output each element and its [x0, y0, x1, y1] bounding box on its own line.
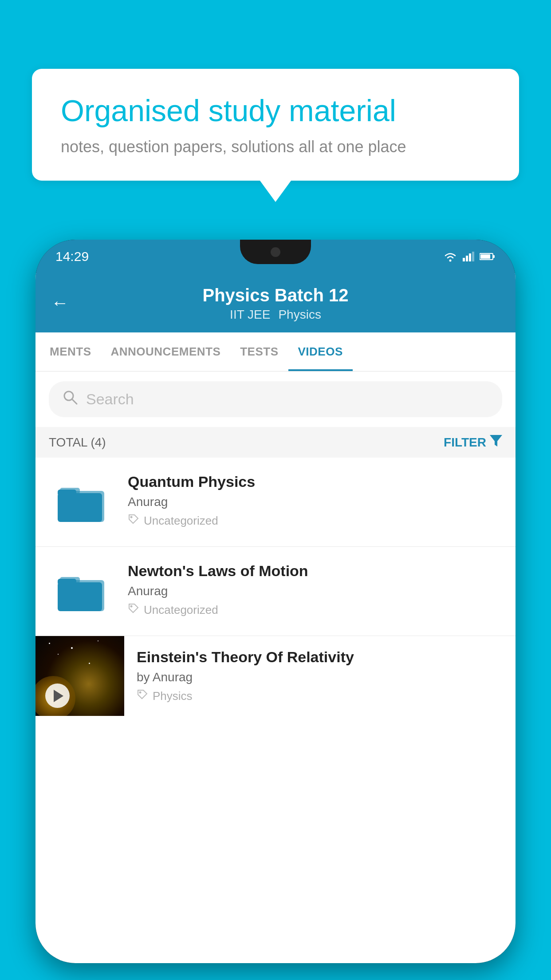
video-tag-3: Physics	[137, 689, 503, 703]
total-count: TOTAL (4)	[49, 435, 106, 450]
tag-label-3: Physics	[153, 689, 193, 703]
tab-tests[interactable]: TESTS	[230, 332, 288, 371]
svg-rect-2	[466, 256, 468, 261]
video-info-1: Quantum Physics Anurag Uncategorized	[128, 473, 502, 528]
tag-icon-3	[137, 689, 148, 703]
video-author-3: by Anurag	[137, 670, 503, 684]
video-thumbnail-einstein	[35, 636, 124, 716]
status-icons	[443, 251, 496, 262]
filter-row: TOTAL (4) FILTER	[35, 427, 516, 458]
video-title-3: Einstein's Theory Of Relativity	[137, 648, 503, 666]
app-header-subtitle: IIT JEE Physics	[230, 308, 321, 322]
tag-icon-1	[128, 514, 139, 528]
filter-icon	[490, 435, 502, 450]
video-info-3: Einstein's Theory Of Relativity by Anura…	[124, 636, 516, 716]
svg-rect-7	[480, 254, 490, 259]
svg-point-20	[130, 605, 133, 608]
back-button[interactable]: ←	[51, 293, 69, 313]
svg-line-9	[72, 399, 77, 404]
tab-announcements[interactable]: ANNOUNCEMENTS	[101, 332, 231, 371]
list-item[interactable]: Einstein's Theory Of Relativity by Anura…	[35, 636, 516, 716]
phone-notch	[240, 240, 311, 264]
tab-videos[interactable]: VIDEOS	[288, 332, 353, 371]
speech-bubble-wrapper: Organised study material notes, question…	[32, 69, 519, 181]
video-tag-2: Uncategorized	[128, 603, 502, 617]
video-list: Quantum Physics Anurag Uncategorized	[35, 458, 516, 963]
folder-icon	[58, 480, 106, 524]
video-tag-1: Uncategorized	[128, 514, 502, 528]
app-header-title: Physics Batch 12	[202, 285, 348, 305]
video-author-1: Anurag	[128, 495, 502, 509]
filter-button[interactable]: FILTER	[444, 435, 502, 450]
tag-label-1: Uncategorized	[144, 514, 218, 528]
tag-label-2: Uncategorized	[144, 603, 218, 617]
video-info-2: Newton's Laws of Motion Anurag Uncategor…	[128, 562, 502, 617]
tag-physics: Physics	[278, 308, 321, 322]
speech-bubble: Organised study material notes, question…	[32, 69, 519, 181]
signal-icon	[463, 252, 474, 261]
wifi-icon	[443, 251, 457, 262]
video-title-2: Newton's Laws of Motion	[128, 562, 502, 580]
tab-ments[interactable]: MENTS	[40, 332, 101, 371]
filter-label: FILTER	[444, 435, 486, 450]
svg-rect-6	[493, 255, 495, 258]
speech-bubble-subtitle: notes, question papers, solutions all at…	[61, 138, 490, 156]
phone-outer: 14:29	[35, 240, 516, 963]
svg-point-0	[449, 259, 452, 261]
tabs-bar: MENTS ANNOUNCEMENTS TESTS VIDEOS	[35, 332, 516, 371]
speech-bubble-title: Organised study material	[61, 93, 490, 128]
play-button[interactable]	[45, 684, 70, 708]
search-icon	[62, 389, 78, 409]
list-item[interactable]: Quantum Physics Anurag Uncategorized	[35, 458, 516, 547]
svg-rect-18	[58, 582, 102, 611]
camera-dot	[271, 247, 280, 257]
folder-thumb-2	[49, 562, 115, 620]
battery-icon	[480, 253, 496, 261]
svg-rect-3	[469, 253, 471, 261]
svg-marker-10	[490, 435, 502, 447]
phone-wrapper: 14:29	[35, 240, 516, 980]
video-title-1: Quantum Physics	[128, 473, 502, 490]
svg-rect-4	[472, 252, 474, 261]
folder-icon	[58, 569, 106, 613]
svg-rect-13	[58, 493, 102, 522]
folder-thumb-1	[49, 473, 115, 531]
svg-rect-1	[463, 258, 465, 261]
list-item[interactable]: Newton's Laws of Motion Anurag Uncategor…	[35, 547, 516, 636]
svg-rect-19	[58, 579, 76, 585]
tag-icon-2	[128, 603, 139, 617]
play-triangle-icon	[54, 690, 63, 702]
video-author-2: Anurag	[128, 584, 502, 598]
svg-point-15	[130, 516, 133, 518]
phone-screen: ← Physics Batch 12 IIT JEE Physics MENTS…	[35, 273, 516, 963]
search-bar[interactable]: Search	[49, 381, 502, 417]
app-header: ← Physics Batch 12 IIT JEE Physics	[35, 273, 516, 332]
tag-iit-jee: IIT JEE	[230, 308, 270, 322]
search-placeholder: Search	[86, 391, 134, 408]
svg-rect-14	[58, 490, 76, 496]
status-bar: 14:29	[35, 240, 516, 273]
search-container: Search	[35, 371, 516, 427]
status-time: 14:29	[55, 249, 89, 264]
svg-point-21	[139, 692, 142, 694]
